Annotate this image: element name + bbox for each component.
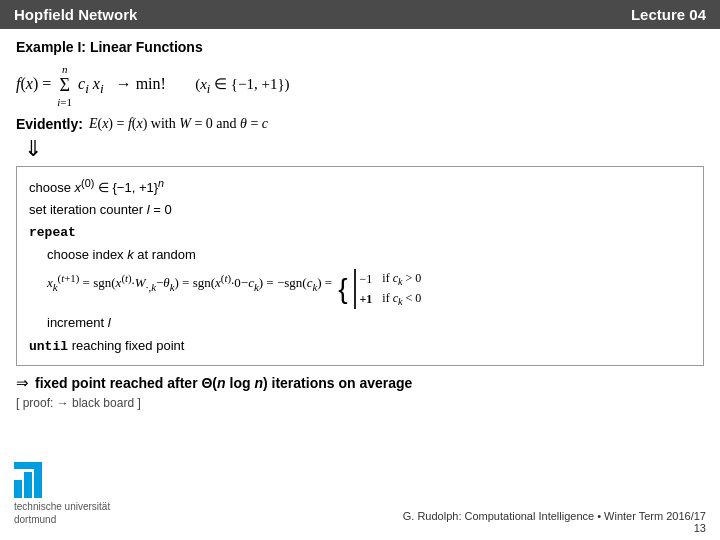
header-lecture: Lecture 04 xyxy=(631,6,706,23)
algorithm-box: choose x(0) ∈ {−1, +1}n set iteration co… xyxy=(16,166,704,366)
evidently-label: Evidently: xyxy=(16,116,83,132)
footer-author: G. Rudolph: Computational Intelligence •… xyxy=(403,510,706,522)
section-title: Example I: Linear Functions xyxy=(16,39,704,55)
result-text: fixed point reached after Θ(n log n) ite… xyxy=(35,375,412,391)
evidently-formula: E(x) = f(x) with W = 0 and θ = c xyxy=(89,116,268,132)
algo-line-5: xk(t+1) = sgn(x(t)·W·,k−θk) = sgn(x(t)·0… xyxy=(29,269,691,310)
evidently-row: Evidently: E(x) = f(x) with W = 0 and θ … xyxy=(16,116,704,132)
algo-line-1: choose x(0) ∈ {−1, +1}n xyxy=(29,174,691,199)
algo-line-7: until reaching fixed point xyxy=(29,335,691,358)
algo-line-6: increment l xyxy=(29,312,691,334)
svg-rect-3 xyxy=(14,462,42,469)
tud-university: technische universität dortmund xyxy=(14,500,110,526)
downarrow: ⇓ xyxy=(24,136,704,162)
algo-line-2: set iteration counter l = 0 xyxy=(29,199,691,221)
algo-line-4: choose index k at random xyxy=(29,244,691,266)
footer: G. Rudolph: Computational Intelligence •… xyxy=(403,510,706,534)
algo-line-3: repeat xyxy=(29,222,691,244)
footer-page: 13 xyxy=(403,522,706,534)
formula-constraint: (xi ∈ {−1, +1}) xyxy=(184,75,290,97)
tud-logo-icon xyxy=(14,462,50,498)
svg-rect-0 xyxy=(14,480,22,498)
header-title: Hopfield Network xyxy=(14,6,137,23)
header: Hopfield Network Lecture 04 xyxy=(0,0,720,29)
main-formula: f(x) = n Σ i=1 ci xi → min! xyxy=(16,63,166,108)
tud-logo: technische universität dortmund xyxy=(14,462,110,526)
svg-rect-1 xyxy=(24,472,32,498)
main-formula-row: f(x) = n Σ i=1 ci xi → min! (xi ∈ {−1, +… xyxy=(16,63,704,108)
result-arrow: ⇒ xyxy=(16,374,29,392)
proof-row: [ proof: → black board ] xyxy=(16,396,704,410)
result-row: ⇒ fixed point reached after Θ(n log n) i… xyxy=(16,374,704,392)
proof-text: [ proof: → black board ] xyxy=(16,396,141,410)
